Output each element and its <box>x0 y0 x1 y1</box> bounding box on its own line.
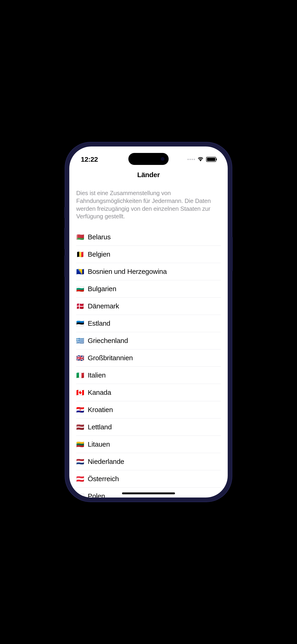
country-name: Österreich <box>88 475 119 483</box>
flag-icon: 🇱🇻 <box>76 423 84 431</box>
flag-icon: 🇵🇱 <box>76 492 84 498</box>
country-name: Bosnien und Herzegowina <box>88 268 167 276</box>
status-time: 12:22 <box>81 156 98 163</box>
flag-icon: 🇧🇦 <box>76 268 84 276</box>
country-item[interactable]: 🇭🇷Kroatien <box>76 401 221 418</box>
volume-down-button[interactable] <box>64 255 66 277</box>
country-item[interactable]: 🇪🇪Estland <box>76 315 221 332</box>
flag-icon: 🇩🇰 <box>76 302 84 310</box>
country-name: Belgien <box>88 250 110 258</box>
status-indicators <box>188 156 216 162</box>
country-name: Litauen <box>88 440 110 448</box>
country-item[interactable]: 🇧🇬Bulgarien <box>76 280 221 298</box>
country-name: Kanada <box>88 388 111 396</box>
country-item[interactable]: 🇱🇻Lettland <box>76 418 221 436</box>
country-name: Lettland <box>88 423 112 431</box>
country-name: Belarus <box>88 233 111 241</box>
flag-icon: 🇨🇦 <box>76 389 84 396</box>
battery-icon <box>206 157 216 162</box>
device-frame: 12:22 Länder Di <box>65 142 232 502</box>
country-item[interactable]: 🇨🇦Kanada <box>76 384 221 401</box>
flag-icon: 🇧🇾 <box>76 233 84 241</box>
country-name: Kroatien <box>88 406 113 414</box>
country-item[interactable]: 🇳🇱Niederlande <box>76 453 221 470</box>
country-name: Italien <box>88 371 106 379</box>
country-name: Bulgarien <box>88 285 116 293</box>
flag-icon: 🇦🇹 <box>76 475 84 483</box>
flag-icon: 🇱🇹 <box>76 440 84 448</box>
page-title: Länder <box>69 171 228 179</box>
country-item[interactable]: 🇬🇧Großbritannien <box>76 350 221 367</box>
description-text: Dies ist eine Zusammenstellung von Fahnd… <box>76 184 221 228</box>
country-item[interactable]: 🇦🇹Österreich <box>76 470 221 488</box>
flag-icon: 🇳🇱 <box>76 458 84 466</box>
country-item[interactable]: 🇧🇦Bosnien und Herzegowina <box>76 263 221 280</box>
screen: 12:22 Länder Di <box>69 146 228 498</box>
country-name: Griechenland <box>88 337 128 344</box>
country-item[interactable]: 🇬🇷Griechenland <box>76 332 221 350</box>
country-name: Großbritannien <box>88 354 133 362</box>
content-area[interactable]: Dies ist eine Zusammenstellung von Fahnd… <box>69 184 228 498</box>
country-list: 🇧🇾Belarus🇧🇪Belgien🇧🇦Bosnien und Herzegow… <box>76 228 221 498</box>
country-item[interactable]: 🇧🇾Belarus <box>76 228 221 246</box>
flag-icon: 🇧🇬 <box>76 285 84 293</box>
flag-icon: 🇧🇪 <box>76 250 84 258</box>
flag-icon: 🇮🇹 <box>76 372 84 379</box>
country-item[interactable]: 🇮🇹Italien <box>76 367 221 384</box>
dynamic-island <box>128 153 169 165</box>
country-item[interactable]: 🇧🇪Belgien <box>76 246 221 263</box>
flag-icon: 🇬🇷 <box>76 337 84 344</box>
cellular-signal-icon <box>188 159 195 160</box>
country-name: Dänemark <box>88 302 119 310</box>
country-name: Polen <box>88 492 105 498</box>
navigation-bar: Länder <box>69 167 228 184</box>
wifi-icon <box>197 156 204 162</box>
country-item[interactable]: 🇱🇹Litauen <box>76 436 221 453</box>
volume-up-button[interactable] <box>64 228 66 250</box>
silent-switch[interactable] <box>64 207 66 218</box>
power-button[interactable] <box>232 237 233 271</box>
flag-icon: 🇭🇷 <box>76 406 84 414</box>
home-indicator[interactable] <box>122 492 175 494</box>
country-name: Niederlande <box>88 458 124 466</box>
country-item[interactable]: 🇩🇰Dänemark <box>76 298 221 315</box>
flag-icon: 🇬🇧 <box>76 354 84 362</box>
country-name: Estland <box>88 320 110 327</box>
flag-icon: 🇪🇪 <box>76 320 84 327</box>
